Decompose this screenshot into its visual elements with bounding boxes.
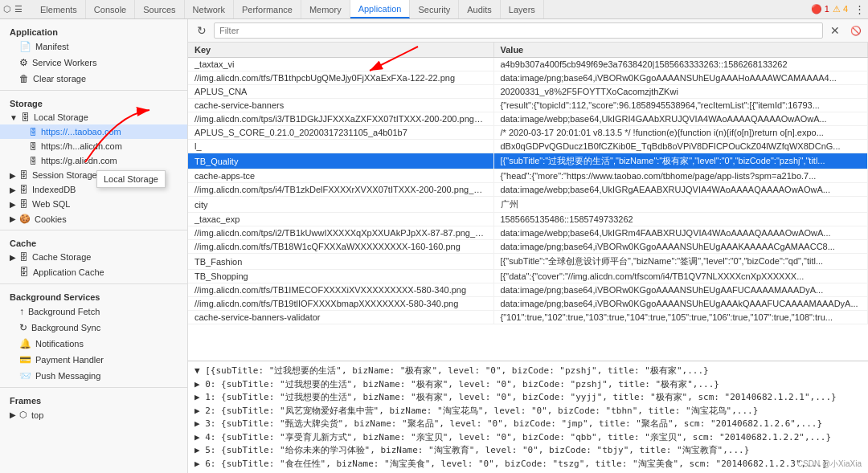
app-cache-icon: 🗄: [19, 267, 29, 278]
table-row[interactable]: //img.alicdn.com/tfs/TB1thpcbUgQMeJjy0Fj…: [188, 71, 868, 85]
notifications-label: Notifications: [35, 339, 84, 349]
table-row[interactable]: //img.alicdn.com/tfs/TB1IMECOFXXXXiXVXXX…: [188, 283, 868, 297]
sidebar-item-payment-handler[interactable]: 💳 Payment Handler: [0, 352, 187, 368]
table-row[interactable]: //img.alicdn.com/tps/i4/TB1zkDelFXXXXrXV…: [188, 183, 868, 197]
sidebar-item-bg-sync[interactable]: ↻ Background Sync: [0, 320, 187, 336]
sidebar-item-local-storage-3[interactable]: 🗄 https://g.alicdn.com: [0, 153, 187, 168]
cookies-group[interactable]: ▶ 🍪 Cookies: [0, 211, 187, 226]
local-storage-url-1: https://...taobao.com: [41, 127, 121, 137]
sidebar-item-push-messaging[interactable]: 📨 Push Messaging: [0, 368, 187, 384]
manifest-label: Manifest: [35, 42, 69, 51]
table-row[interactable]: //img.alicdn.com/tps/i3/TB1DGkJJFXXXaZXF…: [188, 112, 868, 126]
sidebar-item-notifications[interactable]: 🔔 Notifications: [0, 336, 187, 352]
app-cache-label: Application Cache: [33, 267, 104, 277]
local-storage-url-3: https://g.alicdn.com: [41, 156, 117, 165]
clear-storage-label: Clear storage: [33, 74, 86, 84]
table-row[interactable]: cache-service-banners-validator{"101":tr…: [188, 311, 868, 324]
error-badge: 🔴 1: [811, 4, 829, 14]
table-row[interactable]: cache-apps-tce{"head":{"more":"https://w…: [188, 169, 868, 183]
tab-application[interactable]: Application: [350, 0, 411, 18]
section-background: Background Services: [0, 287, 187, 304]
arrow-icon-7: ▶: [10, 410, 16, 419]
push-messaging-icon: 📨: [19, 370, 31, 381]
table-cell-value: data:image/png;base64,iVBORw0KGgoAAAANSU…: [493, 297, 868, 311]
table-row[interactable]: _taxtax_via4b9b307a400f5cb949f69e3a76384…: [188, 58, 868, 71]
sidebar-item-service-workers[interactable]: ⚙ Service Workers: [0, 55, 187, 71]
sidebar: Application 📄 Manifest ⚙ Service Workers…: [0, 19, 188, 473]
filter-input[interactable]: [214, 22, 823, 39]
table-cell-key: cache-apps-tce: [188, 169, 493, 183]
filter-clear-button[interactable]: ✕: [828, 23, 842, 38]
table-cell-key: //img.alicdn.com/tfs/TB19tlIOFXXXXbmapXX…: [188, 297, 493, 311]
table-cell-value: data:image/webp;base64,UkIGRI4GAAbXRUJQV…: [493, 112, 868, 126]
table-cell-value: data:image/webp;base64,UkIGRm4FAABXRUJQV…: [493, 226, 868, 240]
table-row[interactable]: //img.alicdn.com/tps/i2/TB1kUwwIXXXXXqXp…: [188, 226, 868, 240]
arrow-icon-4: ▶: [10, 200, 16, 209]
cache-storage-icon: 🗄: [19, 252, 28, 262]
sidebar-item-local-storage-2[interactable]: 🗄 https://h...alicdn.com: [0, 139, 187, 153]
table-row[interactable]: city广州: [188, 197, 868, 213]
websql-label: Web SQL: [32, 199, 71, 209]
local-storage-group[interactable]: ▼ 🗄 Local Storage: [0, 110, 187, 124]
section-application: Application: [0, 22, 187, 39]
table-cell-value: [{"subTitle":"全球创意设计师平台","bizName":"签调",…: [493, 254, 868, 270]
table-row[interactable]: TB_Shopping[{"data":{"cover":"//img.alic…: [188, 270, 868, 283]
tab-layers[interactable]: Layers: [501, 0, 544, 18]
sidebar-item-local-storage-1[interactable]: 🗄 https://...taobao.com: [0, 124, 187, 139]
table-cell-key: //img.alicdn.com/tfs/TB18W1cQFXXXaWXXXXX…: [188, 240, 493, 254]
service-workers-icon: ⚙: [19, 57, 28, 68]
notifications-icon: 🔔: [19, 338, 31, 349]
more-button[interactable]: ⋮: [854, 3, 865, 15]
table-cell-key: cache-service-banners-validator: [188, 311, 493, 324]
table-row[interactable]: _taxac_exp1585665135486::1585749733262: [188, 213, 868, 226]
refresh-button[interactable]: ↻: [194, 23, 209, 38]
payment-handler-label: Payment Handler: [35, 355, 104, 365]
table-cell-value: [{"subTitle":"过我想要的生活","bizName":"极有家","…: [493, 153, 868, 169]
session-storage-icon: 🗄: [19, 170, 28, 180]
sidebar-item-manifest[interactable]: 📄 Manifest: [0, 39, 187, 55]
table-cell-key: TB_Shopping: [188, 270, 493, 283]
arrow-icon-2: ▶: [10, 171, 16, 180]
table-cell-value: {"101":true,"102":true,"103":true,"104":…: [493, 311, 868, 324]
indexeddb-label: IndexedDB: [32, 185, 76, 194]
table-cell-key: //img.alicdn.com/tfs/TB1IMECOFXXXXiXVXXX…: [188, 283, 493, 297]
bg-fetch-label: Background Fetch: [28, 307, 100, 316]
tab-console[interactable]: Console: [86, 0, 135, 18]
delete-selected-icon[interactable]: 🚫: [850, 26, 862, 36]
table-cell-value: 广州: [493, 197, 868, 213]
json-line: ▶ 0: {subTitle: "过我想要的生活", bizName: "极有家…: [194, 378, 862, 392]
table-row[interactable]: TB_Fashion[{"subTitle":"全球创意设计师平台","bizN…: [188, 254, 868, 270]
table-row[interactable]: cache-service-banners{"result":{"topicId…: [188, 99, 868, 112]
table-row[interactable]: APLUS_CNA20200331_v8%2F5FOYTTXoCacomzjth…: [188, 85, 868, 99]
table-cell-key: cache-service-banners: [188, 99, 493, 112]
bottom-panel: ▼ [{subTitle: "过我想要的生活", bizName: "极有家",…: [188, 361, 868, 473]
section-storage: Storage: [0, 94, 187, 110]
top-frame-group[interactable]: ▶ ⬡ top: [0, 407, 187, 422]
section-cache: Cache: [0, 234, 187, 250]
table-row[interactable]: TB_Quality[{"subTitle":"过我想要的生活","bizNam…: [188, 153, 868, 169]
local-storage-url-2: https://h...alicdn.com: [41, 141, 122, 151]
storage-table: Key Value _taxtax_via4b9b307a400f5cb949f…: [188, 43, 868, 361]
bg-fetch-icon: ↑: [19, 306, 24, 317]
tab-bar: ⬡ ☰ Elements Console Sources Network Per…: [0, 0, 868, 19]
tab-network[interactable]: Network: [185, 0, 234, 18]
cache-storage-group[interactable]: ▶ 🗄 Cache Storage: [0, 250, 187, 264]
tab-audits[interactable]: Audits: [459, 0, 501, 18]
table-row[interactable]: APLUS_S_CORE_0.21.0_20200317231105_a4b01…: [188, 126, 868, 140]
tab-security[interactable]: Security: [410, 0, 459, 18]
local-storage-label: Local Storage: [34, 112, 88, 122]
tab-performance[interactable]: Performance: [234, 0, 301, 18]
tab-memory[interactable]: Memory: [301, 0, 350, 18]
table-row[interactable]: l_dBx0qGDPvQGDucz1B0fCZKib0E_TqBdb8oVPiV…: [188, 140, 868, 153]
tab-elements[interactable]: Elements: [32, 0, 86, 18]
table-row[interactable]: //img.alicdn.com/tfs/TB19tlIOFXXXXbmapXX…: [188, 297, 868, 311]
table-row[interactable]: //img.alicdn.com/tfs/TB18W1cQFXXXaWXXXXX…: [188, 240, 868, 254]
websql-group[interactable]: ▶ 🗄 Web SQL: [0, 197, 187, 211]
bg-sync-icon: ↻: [19, 322, 27, 333]
sidebar-item-bg-fetch[interactable]: ↑ Background Fetch: [0, 304, 187, 320]
table-cell-value: data:image/png;base64,iVBORw0KGgoAAAANSU…: [493, 71, 868, 85]
tab-sources[interactable]: Sources: [135, 0, 184, 18]
json-line: ▶ 2: {subTitle: "凤艺宠物爱好者集中营", bizName: "…: [194, 405, 862, 418]
sidebar-item-clear-storage[interactable]: 🗑 Clear storage: [0, 71, 187, 87]
sidebar-item-app-cache[interactable]: 🗄 Application Cache: [0, 264, 187, 280]
